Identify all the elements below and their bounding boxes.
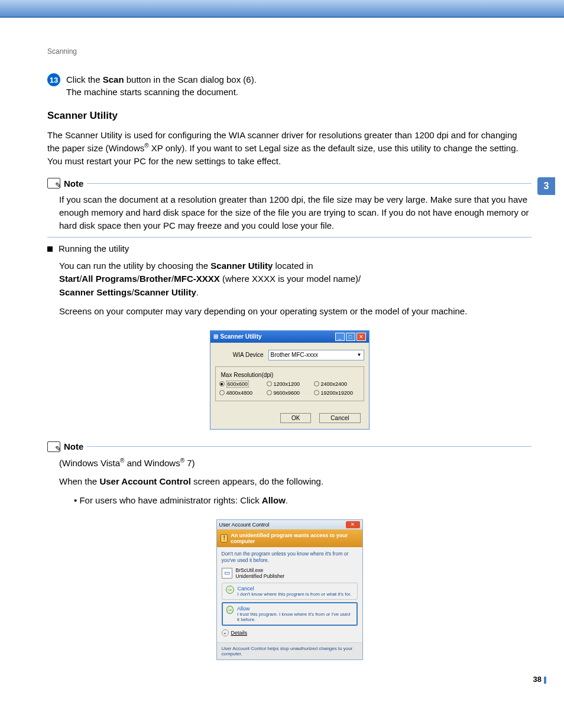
- uac-allow-option[interactable]: → Allow I trust this program. I know whe…: [222, 602, 358, 626]
- uac-file-info: ▭ BrScUtil.exe Unidentified Publisher: [222, 567, 358, 579]
- note-block-1: Note If you scan the document at a resol…: [47, 178, 531, 237]
- radio-1200[interactable]: 1200x1200: [267, 381, 313, 388]
- scanner-utility-window: ⊞ Scanner Utility _ □ ✕ WIA Device Broth…: [210, 330, 369, 430]
- note-divider: [87, 183, 531, 184]
- wia-device-value: Brother MFC-xxxx: [271, 352, 319, 358]
- note-icon: [47, 178, 60, 188]
- chapter-tab: 3: [537, 177, 555, 195]
- radio-9600[interactable]: 9600x9600: [267, 390, 313, 396]
- uac-message: Don't run the program unless you know wh…: [222, 551, 358, 564]
- uac-warning-bar: An unidentified program wants access to …: [217, 529, 362, 547]
- note-block-2: Note (Windows Vista® and Windows® 7) Whe…: [47, 441, 531, 508]
- wia-device-select[interactable]: Brother MFC-xxxx ▼: [268, 350, 364, 360]
- window-titlebar: ⊞ Scanner Utility _ □ ✕: [210, 331, 369, 343]
- note-label: Note: [64, 441, 83, 451]
- uac-footer: User Account Control helps stop unauthor…: [217, 642, 362, 659]
- radio-19200[interactable]: 19200x19200: [314, 390, 360, 396]
- arrow-icon: →: [226, 586, 234, 594]
- arrow-icon: →: [226, 606, 234, 614]
- square-bullet-icon: [47, 246, 53, 252]
- window-title: Scanner Utility: [221, 333, 262, 340]
- page-header-bar: [0, 0, 564, 18]
- close-button[interactable]: ✕: [356, 333, 366, 341]
- note-end-divider: [47, 237, 531, 238]
- step-number-badge: 13: [47, 73, 60, 86]
- wia-device-label: WIA Device: [215, 352, 268, 358]
- ok-button[interactable]: OK: [280, 413, 311, 423]
- max-resolution-label: Max Resolution(dpi): [219, 372, 275, 378]
- uac-cancel-option[interactable]: → Cancel I don't know where this program…: [222, 583, 358, 600]
- running-utility-heading: Running the utility: [47, 243, 531, 254]
- chevron-down-icon: ⌄: [222, 629, 229, 636]
- app-icon: ⊞: [213, 333, 218, 340]
- uac-window: User Account Control ✕ An unidentified p…: [216, 519, 363, 660]
- uac-details-label: Details: [231, 630, 248, 636]
- radio-2400[interactable]: 2400x2400: [314, 381, 360, 388]
- chevron-down-icon: ▼: [357, 352, 362, 358]
- shield-icon: [221, 534, 228, 542]
- uac-cancel-desc: I don't know where this program is from …: [238, 592, 352, 597]
- uac-allow-title: Allow: [237, 606, 353, 612]
- note-label: Note: [64, 178, 83, 188]
- uac-allow-desc: I trust this program. I know where it's …: [237, 612, 353, 622]
- uac-titlebar: User Account Control ✕: [217, 520, 362, 529]
- uac-title-text: User Account Control: [219, 522, 270, 528]
- uac-cancel-title: Cancel: [238, 586, 352, 592]
- maximize-button[interactable]: □: [346, 333, 355, 341]
- intro-paragraph: The Scanner Utility is used for configur…: [47, 129, 531, 167]
- note-body: If you scan the document at a resolution…: [59, 193, 531, 232]
- uac-details-toggle[interactable]: ⌄ Details: [222, 629, 358, 636]
- minimize-button[interactable]: _: [335, 333, 345, 341]
- note-icon: [47, 441, 60, 452]
- uac-warning-text: An unidentified program wants access to …: [231, 532, 358, 544]
- note-body-2: (Windows Vista® and Windows® 7) When the…: [59, 457, 531, 508]
- uac-file-publisher: Unidentified Publisher: [236, 573, 285, 579]
- max-resolution-group: Max Resolution(dpi) 600x600 1200x1200 24…: [215, 366, 364, 401]
- radio-600[interactable]: 600x600: [219, 381, 265, 388]
- file-icon: ▭: [222, 568, 232, 578]
- step-text: Click the Scan button in the Scan dialog…: [66, 73, 531, 98]
- step-13: 13 Click the Scan button in the Scan dia…: [47, 73, 531, 98]
- section-heading: Scanner Utility: [47, 110, 531, 122]
- note-divider: [87, 446, 531, 447]
- running-utility-body: You can run the utility by choosing the …: [59, 259, 531, 318]
- chapter-heading: Scanning: [47, 47, 531, 56]
- page-number: 38: [533, 675, 546, 684]
- close-button[interactable]: ✕: [346, 521, 360, 528]
- uac-file-name: BrScUtil.exe: [236, 567, 285, 573]
- cancel-button[interactable]: Cancel: [319, 413, 360, 423]
- radio-4800[interactable]: 4800x4800: [219, 390, 265, 396]
